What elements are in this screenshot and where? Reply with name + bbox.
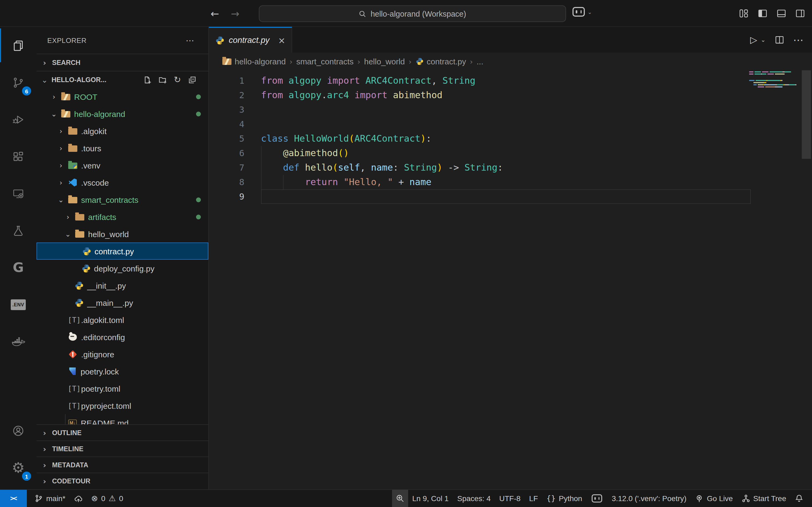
code-line-3[interactable]: 3 bbox=[209, 103, 812, 117]
tab-contract-py[interactable]: contract.py × bbox=[209, 27, 292, 53]
tree-item-label: .venv bbox=[81, 161, 100, 170]
activity-settings[interactable]: ⚙1 bbox=[0, 449, 37, 486]
code-line-2[interactable]: 2from algopy.arc4 import abimethod bbox=[209, 88, 812, 103]
status-item-bell[interactable] bbox=[791, 490, 808, 507]
breadcrumb-item[interactable]: smart_contracts bbox=[296, 57, 353, 66]
section-codetour[interactable]: ›CODETOUR bbox=[37, 473, 208, 489]
root-file-icon bbox=[61, 93, 71, 100]
line-number: 7 bbox=[209, 160, 261, 175]
status-item-cloud-upload[interactable] bbox=[70, 490, 87, 507]
section-search[interactable]: › SEARCH bbox=[37, 54, 208, 71]
tree-item--main-py[interactable]: __main__.py bbox=[37, 294, 208, 311]
git-modified-dot bbox=[196, 94, 201, 99]
status-item-ln-9-col-1[interactable]: Ln 9, Col 1 bbox=[408, 490, 453, 507]
title-bar: ← → hello-algorand (Workspace) ⌄ bbox=[0, 0, 812, 27]
tab-close-icon[interactable]: × bbox=[278, 35, 286, 45]
status-item-spaces-4[interactable]: Spaces: 4 bbox=[453, 490, 495, 507]
status-item-label: Spaces: 4 bbox=[457, 494, 491, 503]
activity-extensions[interactable] bbox=[0, 138, 37, 175]
status-item-lf[interactable]: LF bbox=[525, 490, 543, 507]
tree-item--algokit[interactable]: ›.algokit bbox=[37, 122, 208, 139]
breadcrumb-item[interactable]: hello-algorand bbox=[222, 57, 286, 66]
tree-item-hello-algorand[interactable]: ⌄hello-algorand bbox=[37, 105, 208, 122]
minimap[interactable] bbox=[749, 71, 798, 90]
nav-back-icon[interactable]: ← bbox=[210, 7, 219, 19]
more-actions-icon[interactable]: ⋯ bbox=[793, 34, 803, 46]
status-item-zoom-plus[interactable] bbox=[392, 490, 408, 507]
refresh-icon[interactable]: ↻ bbox=[174, 74, 181, 85]
code-line-4[interactable]: 4 bbox=[209, 117, 812, 131]
section-metadata[interactable]: ›METADATA bbox=[37, 457, 208, 473]
tree-item-deploy-config-py[interactable]: deploy_config.py bbox=[37, 260, 208, 277]
split-editor-icon[interactable] bbox=[774, 35, 784, 45]
source-control-badge: 6 bbox=[22, 87, 31, 96]
section-outline[interactable]: ›OUTLINE bbox=[37, 425, 208, 441]
status-item-python[interactable]: {}Python bbox=[542, 490, 587, 507]
explorer-more-icon[interactable]: ⋯ bbox=[186, 35, 194, 45]
tree-item-smart-contracts[interactable]: ⌄smart_contracts bbox=[37, 191, 208, 208]
status-item-3-12-0-venv-poetry-[interactable]: 3.12.0 ('.venv': Poetry) bbox=[607, 490, 691, 507]
new-folder-icon[interactable] bbox=[158, 74, 167, 85]
editor-scrollbar[interactable] bbox=[802, 70, 811, 159]
tree-item-poetry-toml[interactable]: [T]poetry.toml bbox=[37, 380, 208, 397]
toggle-panel-icon[interactable] bbox=[776, 8, 787, 19]
status-item-main-[interactable]: main* bbox=[30, 490, 70, 507]
status-item-start-tree[interactable]: Start Tree bbox=[737, 490, 791, 507]
activity-docker[interactable] bbox=[0, 323, 37, 360]
status-item-utf-8[interactable]: UTF-8 bbox=[495, 490, 525, 507]
activity-dotenv[interactable]: .ENV bbox=[0, 286, 37, 323]
activity-source-control[interactable]: 6 bbox=[0, 64, 37, 101]
code-editor[interactable]: 1from algopy import ARC4Contract, String… bbox=[209, 70, 812, 489]
run-icon[interactable]: ▷ bbox=[750, 34, 757, 45]
activity-explorer[interactable] bbox=[0, 27, 37, 64]
line-number: 8 bbox=[209, 175, 261, 189]
tree-item-poetry-lock[interactable]: poetry.lock bbox=[37, 363, 208, 380]
nav-forward-icon[interactable]: → bbox=[231, 7, 240, 19]
toggle-primary-sidebar-icon[interactable] bbox=[757, 8, 768, 19]
tree-item--editorconfig[interactable]: .editorconfig bbox=[37, 328, 208, 345]
tree-item-readme-md[interactable]: M↓README.md bbox=[37, 414, 208, 425]
tree-item--algokit-toml[interactable]: [T].algokit.toml bbox=[37, 311, 208, 328]
python-icon bbox=[415, 57, 423, 65]
tree-item--init-py[interactable]: __init__.py bbox=[37, 277, 208, 294]
code-line-1[interactable]: 1from algopy import ARC4Contract, String bbox=[209, 73, 812, 88]
code-line-6[interactable]: 6 @abimethod() bbox=[209, 146, 812, 160]
customize-layout-icon[interactable] bbox=[739, 8, 749, 19]
status-item-copilot[interactable] bbox=[587, 490, 607, 507]
breadcrumb-label: hello-algorand bbox=[235, 57, 286, 66]
tree-item-contract-py[interactable]: contract.py bbox=[37, 242, 208, 260]
tree-item-root[interactable]: ›ROOT bbox=[37, 88, 208, 105]
tree-item--gitignore[interactable]: .gitignore bbox=[37, 345, 208, 363]
breadcrumb-item[interactable]: hello_world bbox=[364, 57, 405, 66]
remote-indicator[interactable]: >< bbox=[0, 490, 27, 507]
status-item-0[interactable]: ⊗0⚠0 bbox=[87, 490, 128, 507]
activity-remote-explorer[interactable] bbox=[0, 175, 37, 212]
code-line-8[interactable]: 8 return "Hello, " + name bbox=[209, 175, 812, 189]
breadcrumb-item[interactable]: contract.py bbox=[415, 57, 466, 66]
status-item-label: UTF-8 bbox=[499, 494, 520, 503]
tree-item--venv[interactable]: ›.venv bbox=[37, 157, 208, 174]
activity-testing[interactable] bbox=[0, 212, 37, 249]
code-line-7[interactable]: 7 def hello(self, name: String) -> Strin… bbox=[209, 160, 812, 175]
new-file-icon[interactable] bbox=[143, 74, 151, 85]
breadcrumb-item[interactable]: ... bbox=[476, 57, 483, 66]
copilot-menu-button[interactable]: ⌄ bbox=[572, 7, 592, 17]
tree-item--tours[interactable]: ›.tours bbox=[37, 139, 208, 157]
code-line-9[interactable]: 9 bbox=[209, 189, 812, 204]
activity-run-debug[interactable] bbox=[0, 101, 37, 138]
chevron-right-icon: › bbox=[57, 178, 64, 186]
tree-item-artifacts[interactable]: ›artifacts bbox=[37, 208, 208, 225]
section-timeline[interactable]: ›TIMELINE bbox=[37, 441, 208, 457]
toggle-secondary-sidebar-icon[interactable] bbox=[795, 8, 806, 19]
workspace-header[interactable]: ⌄ HELLO-ALGOR... ↻ bbox=[37, 71, 208, 88]
tree-item--vscode[interactable]: ›.vscode bbox=[37, 174, 208, 191]
status-item-go-live[interactable]: Go Live bbox=[691, 490, 738, 507]
line-number: 5 bbox=[209, 131, 261, 146]
activity-algokit[interactable]: G bbox=[0, 249, 37, 286]
collapse-all-icon[interactable] bbox=[188, 74, 197, 85]
code-line-5[interactable]: 5class HelloWorld(ARC4Contract): bbox=[209, 131, 812, 146]
activity-accounts[interactable] bbox=[0, 412, 37, 449]
tree-item-pyproject-toml[interactable]: [T]pyproject.toml bbox=[37, 397, 208, 414]
tree-item-hello-world[interactable]: ⌄hello_world bbox=[37, 225, 208, 242]
command-center[interactable]: hello-algorand (Workspace) bbox=[259, 5, 566, 22]
